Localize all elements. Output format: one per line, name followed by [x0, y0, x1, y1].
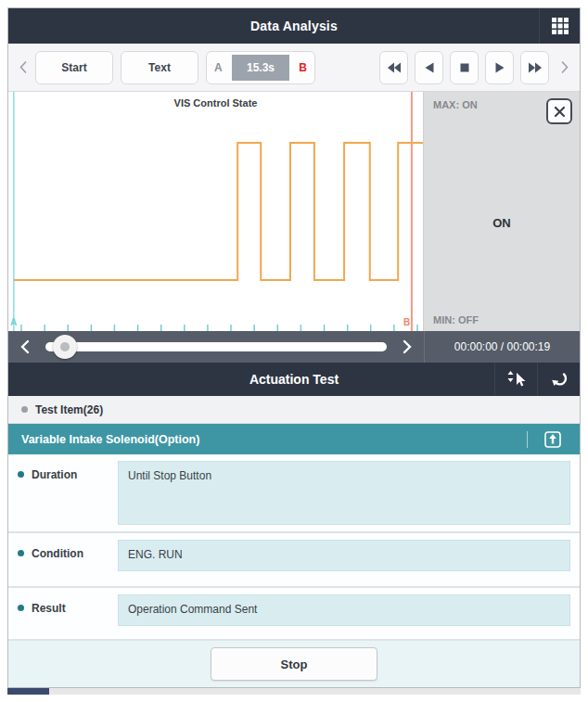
stop-icon [459, 62, 470, 73]
timeline-track[interactable] [45, 342, 387, 351]
actuation-header: Actuation Test [8, 363, 580, 396]
condition-label-cell: Condition [18, 540, 118, 580]
actuation-header-actions [494, 363, 580, 396]
scroll-left-button[interactable] [8, 339, 42, 354]
test-detail-panel: Duration Until Stop Button Condition ENG… [8, 454, 580, 687]
chevron-right-icon [560, 60, 569, 74]
stop-button[interactable]: Stop [211, 647, 377, 681]
min-value-label: MIN: OFF [433, 314, 479, 325]
result-row: Result Operation Command Sent [8, 588, 580, 641]
touch-pointer-icon [506, 370, 527, 389]
duration-row: Duration Until Stop Button [8, 454, 580, 533]
text-view-button[interactable]: Text [121, 51, 198, 84]
page-title: Data Analysis [8, 19, 580, 33]
chevron-left-icon [19, 60, 28, 74]
timeline-thumb[interactable] [53, 335, 77, 359]
condition-label: Condition [32, 547, 83, 560]
close-icon [554, 106, 566, 118]
chevron-right-icon [403, 339, 412, 354]
playback-time: 00:00:00 / 00:00:19 [424, 331, 580, 363]
bottom-scrollbar-thumb[interactable] [7, 688, 49, 695]
solenoid-section-title: Variable Intake Solenoid(Option) [21, 433, 527, 446]
play-reverse-button[interactable] [415, 51, 443, 84]
stop-playback-button[interactable] [450, 51, 479, 84]
app-window: Data Analysis Start Text A 15.3s B [7, 7, 581, 688]
collapse-up-icon [543, 430, 562, 449]
action-footer: Stop [8, 641, 580, 687]
marker-b-label: B [299, 61, 307, 74]
bullet-icon [21, 406, 28, 413]
result-label: Result [32, 602, 66, 615]
signal-info-panel: MAX: ON ON MIN: OFF [423, 92, 580, 331]
bullet-icon [18, 605, 24, 611]
chart-section: VIS Control State A B MAX: ON ON MIN: OF… [8, 92, 580, 331]
cursor-time-value: 15.3s [232, 55, 289, 81]
test-item-row[interactable]: Test Item(26) [8, 396, 580, 424]
fast-forward-button[interactable] [520, 51, 549, 84]
media-controls [379, 51, 549, 84]
cursor-b-label: B [403, 317, 410, 327]
start-button[interactable]: Start [35, 51, 113, 84]
fast-forward-icon [528, 62, 543, 73]
solenoid-section-header: Variable Intake Solenoid(Option) [8, 424, 580, 454]
close-panel-button[interactable] [546, 98, 572, 124]
play-reverse-icon [423, 62, 436, 73]
duration-label: Duration [32, 468, 77, 481]
playback-toolbar: Start Text A 15.3s B [8, 44, 580, 92]
current-value-label: ON [424, 216, 580, 230]
title-bar: Data Analysis [8, 8, 580, 44]
chevron-left-icon [20, 339, 30, 354]
toolbar-next-button[interactable] [560, 60, 569, 74]
divider [527, 431, 528, 448]
bottom-scrollbar [7, 688, 581, 695]
cursor-ab-button[interactable]: A 15.3s B [206, 51, 315, 84]
marker-a-label: A [214, 61, 223, 74]
result-value: Operation Command Sent [118, 594, 570, 626]
result-label-cell: Result [18, 594, 118, 632]
condition-row: Condition ENG. RUN [8, 533, 580, 588]
max-value-label: MAX: ON [433, 99, 478, 110]
grid-icon [552, 18, 569, 34]
timeline-scrollbar: 00:00:00 / 00:00:19 [8, 331, 580, 363]
bullet-icon [18, 471, 24, 478]
scroll-right-button[interactable] [390, 339, 424, 354]
select-item-button[interactable] [494, 363, 537, 396]
back-button[interactable] [537, 363, 580, 396]
play-button[interactable] [485, 51, 514, 84]
app-menu-button[interactable] [539, 8, 580, 44]
return-arrow-icon [550, 371, 569, 388]
rewind-icon [387, 62, 402, 73]
test-item-label: Test Item(26) [35, 403, 103, 416]
rewind-button[interactable] [379, 51, 408, 84]
bullet-icon [18, 550, 24, 556]
duration-label-cell: Duration [18, 461, 118, 525]
condition-value: ENG. RUN [118, 540, 570, 571]
cursor-a-label: A [10, 317, 17, 327]
chart-title: VIS Control State [8, 97, 423, 108]
waveform-chart[interactable]: VIS Control State A B [8, 92, 423, 331]
toolbar-prev-button[interactable] [19, 60, 28, 74]
play-icon [493, 62, 506, 73]
waveform-plot [8, 92, 423, 331]
collapse-section-button[interactable] [539, 426, 567, 453]
duration-value: Until Stop Button [118, 461, 570, 525]
